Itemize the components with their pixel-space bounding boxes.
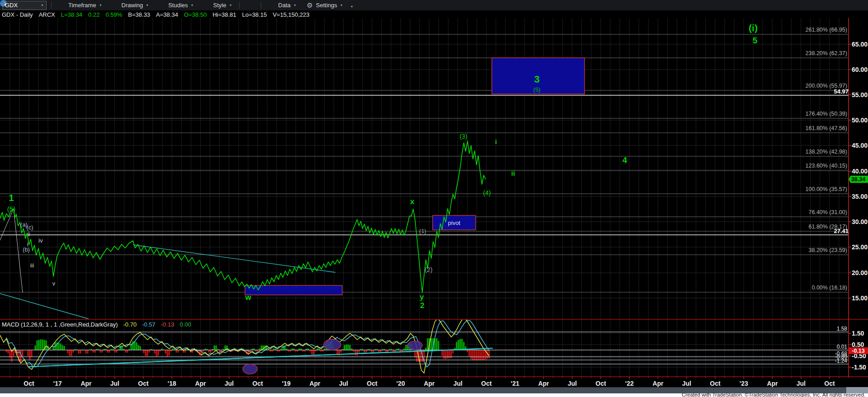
overflow-chevron-icon[interactable]: ▼ <box>350 5 354 8</box>
price-tick-label: 65.00 <box>852 41 868 48</box>
macd-value-badge: -0.13 <box>849 347 868 354</box>
wave-label[interactable]: (2) <box>425 266 432 273</box>
wave-label[interactable]: (4) <box>483 189 491 196</box>
horizontal-line-label[interactable]: 27.41 <box>834 228 849 234</box>
chevron-down-icon: ▼ <box>146 4 149 7</box>
wave-label[interactable]: i <box>495 138 497 145</box>
wave-label[interactable]: (3) <box>459 133 467 140</box>
symbol-value: GDX <box>5 2 18 9</box>
date-label: Jul <box>793 380 809 387</box>
wave-label[interactable]: (i) <box>749 23 758 33</box>
fib-level-label: 261.80% (66.95) <box>806 27 847 33</box>
wave-label[interactable]: (b) <box>23 246 30 253</box>
fib-level-label: 0.00% (16.18) <box>811 285 847 291</box>
chevron-down-icon: ▼ <box>41 4 44 7</box>
horizontal-line-label[interactable]: 54.97 <box>834 88 849 95</box>
status-segment: Hi=38.81 <box>212 11 236 18</box>
macd-line-label[interactable]: -1.24 <box>835 358 847 364</box>
date-label: Jul <box>565 380 580 387</box>
studies-label: Studies <box>168 2 188 9</box>
macd-name: MACD (12,26,9, 1 , 1 ,Green,Red,DarkGray… <box>2 321 118 328</box>
toolbar-separator <box>239 2 240 9</box>
fib-level-label: 38.20% (23.59) <box>809 247 847 253</box>
date-label: Oct <box>479 380 494 387</box>
status-segment: Lo=38.15 <box>242 11 267 18</box>
style-label: Style <box>213 2 226 9</box>
status-segment: ARCX <box>39 11 55 18</box>
status-segment: 0.59% <box>105 11 122 18</box>
date-label: Oct <box>708 380 723 387</box>
macd-indicator-label[interactable]: MACD (12,26,9, 1 , 1 ,Green,Red,DarkGray… <box>2 321 197 328</box>
date-label: Oct <box>364 380 380 387</box>
date-label: Jul <box>450 380 466 387</box>
date-label: Oct <box>250 380 265 387</box>
settings-label: Settings <box>316 2 337 9</box>
candlestick-icon <box>204 2 211 9</box>
wave-label[interactable]: x <box>410 197 414 206</box>
wave-label[interactable]: iv <box>38 237 42 244</box>
timeframe-button[interactable]: Timeframe ▼ <box>56 1 105 9</box>
wave-label[interactable]: v <box>52 280 56 287</box>
toolbar-separator <box>261 2 261 9</box>
macd-value: -0.13 <box>161 321 175 328</box>
date-label: Jul <box>222 380 237 387</box>
wave-label[interactable]: ii <box>511 169 515 177</box>
drawing-button[interactable]: Drawing ▼ <box>109 1 152 9</box>
status-segment: 0.22 <box>88 11 99 18</box>
settings-button[interactable]: ⚙ Settings ▼ <box>304 1 346 9</box>
fib-level-label: 176.40% (50.39) <box>806 111 847 117</box>
date-label: '19 <box>278 380 294 387</box>
date-label: Apr <box>307 380 323 387</box>
date-label: Jul <box>679 380 694 387</box>
fib-level-label: 138.20% (42.98) <box>806 149 847 155</box>
data-button[interactable]: Data ▼ <box>266 1 299 9</box>
wave-label[interactable]: (5) <box>7 205 15 213</box>
wave-label[interactable]: 1 <box>9 193 14 203</box>
date-label: Jul <box>336 380 351 387</box>
status-segment: A=38.34 <box>156 11 178 18</box>
status-bar: GDX - DailyARCXL=38.340.220.59%B=38.33A=… <box>2 11 868 18</box>
fib-level-label: 161.80% (47.56) <box>806 125 847 131</box>
wave-label[interactable]: 2 <box>420 301 424 310</box>
chevron-down-icon: ▼ <box>340 4 343 7</box>
chart-canvas[interactable] <box>0 0 868 397</box>
pen-icon <box>112 2 119 9</box>
macd-line-label[interactable]: 1.58 <box>837 326 847 332</box>
wave-label[interactable]: (c) <box>26 224 33 231</box>
chevron-down-icon: ▼ <box>229 4 232 7</box>
status-segment: GDX - Daily <box>2 11 33 18</box>
studies-button[interactable]: Studies ▼ <box>156 1 196 9</box>
macd-value: -0.57 <box>142 321 156 328</box>
price-tick-label: 45.00 <box>852 142 868 149</box>
price-tick-label: 55.00 <box>852 91 868 98</box>
status-segment: B=38.33 <box>128 11 150 18</box>
price-tick-label: 15.00 <box>852 294 868 302</box>
wave-label[interactable]: 5 <box>753 36 758 46</box>
wave-label[interactable]: iii <box>30 262 34 269</box>
wave-label[interactable]: 4 <box>623 156 627 165</box>
macd-value: -0.70 <box>123 321 137 328</box>
copyright-text: Created with TradeStation. ©TradeStation… <box>682 392 865 397</box>
data-label: Data <box>278 2 290 9</box>
macd-line-label[interactable]: 0.01 <box>837 344 847 350</box>
date-label: Oct <box>593 380 609 387</box>
macd-tick-label: 1.50 <box>852 330 864 337</box>
toolbar-separator <box>51 2 52 9</box>
date-label: '23 <box>736 380 751 387</box>
wave-label[interactable]: (1) <box>419 228 426 234</box>
fib-level-label: 76.40% (31.00) <box>809 209 847 215</box>
style-button[interactable]: Style ▼ <box>201 1 235 9</box>
projection-box-wave-label: 3 <box>534 74 539 85</box>
symbol-select[interactable]: GDX ▼ <box>2 1 47 10</box>
wave-label[interactable]: y <box>420 293 424 302</box>
w-box[interactable] <box>245 285 342 295</box>
date-label: Oct <box>136 380 151 387</box>
timeframe-label: Timeframe <box>68 2 96 9</box>
wave-label[interactable]: ii <box>28 231 30 238</box>
wave-label[interactable]: w <box>245 293 251 302</box>
date-label: Apr <box>193 380 208 387</box>
layers-button[interactable] <box>244 1 256 9</box>
clock-icon <box>59 2 66 9</box>
price-tick-label: 60.00 <box>852 66 868 73</box>
date-label: Jul <box>107 380 123 387</box>
